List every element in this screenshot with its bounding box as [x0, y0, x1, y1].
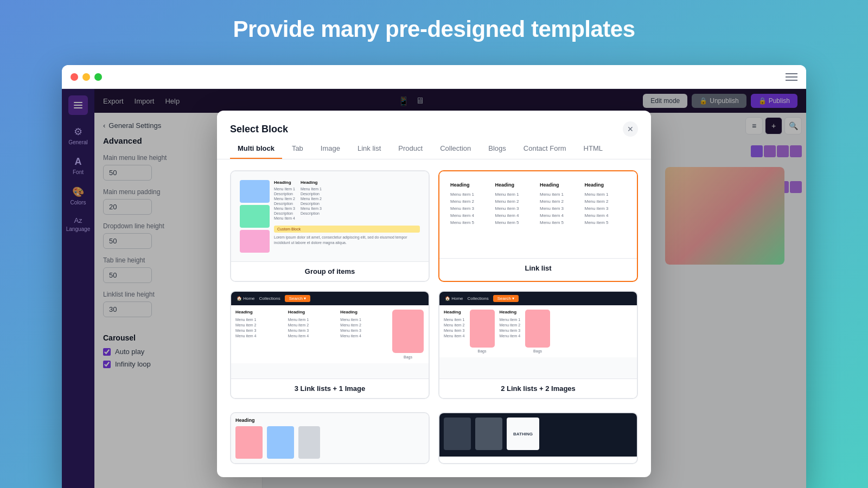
template-3-link-1-image-preview: 🏠 Home Collections Search ▾ Heading Menu… [231, 292, 429, 378]
tab-blogs[interactable]: Blogs [481, 139, 514, 159]
modal-close-button[interactable]: ✕ [623, 121, 638, 137]
template-3-link-1-image-name: 3 Link lists + 1 Image [231, 378, 429, 398]
traffic-lights [71, 73, 102, 81]
modal-title: Select Block [230, 124, 288, 135]
tab-image[interactable]: Image [313, 139, 348, 159]
tab-contact-form[interactable]: Contact Form [516, 139, 574, 159]
modal-overlay: Select Block ✕ Multi block Tab Image Lin… [62, 89, 806, 488]
preview-image-1 [240, 180, 270, 203]
modal-tabs: Multi block Tab Image Link list Product … [217, 139, 651, 159]
tab-link-list[interactable]: Link list [350, 139, 388, 159]
template-group-of-items-preview: Heading Menu Item 1 Description Menu Ite… [231, 171, 429, 261]
template-group-of-items-name: Group of items [231, 261, 429, 281]
traffic-light-yellow[interactable] [82, 73, 90, 81]
preview-image-3 [240, 230, 270, 253]
tab-tab[interactable]: Tab [284, 139, 311, 159]
select-block-modal: Select Block ✕ Multi block Tab Image Lin… [217, 111, 651, 477]
title-bar [62, 65, 806, 89]
template-extra-2-preview: BATHING [439, 413, 637, 457]
template-3-link-1-image[interactable]: 🏠 Home Collections Search ▾ Heading Menu… [230, 291, 430, 399]
hero-title: Provide many pre-designed templates [0, 0, 868, 53]
tab-collection[interactable]: Collection [432, 139, 478, 159]
tab-product[interactable]: Product [391, 139, 430, 159]
template-extra-1-preview: Heading [231, 413, 429, 463]
modal-header: Select Block ✕ [217, 111, 651, 137]
template-2-link-2-images[interactable]: 🏠 Home Collections Search ▾ Heading Menu… [438, 291, 638, 399]
template-2-link-2-images-name: 2 Link lists + 2 Images [439, 378, 637, 398]
tab-html[interactable]: HTML [576, 139, 610, 159]
traffic-light-red[interactable] [71, 73, 78, 81]
template-group-of-items[interactable]: Heading Menu Item 1 Description Menu Ite… [230, 170, 430, 282]
template-link-list-name: Link list [439, 258, 637, 278]
template-extra-1[interactable]: Heading [230, 412, 430, 464]
preview-image-2 [240, 205, 270, 228]
template-link-list-preview: Heading Menu item 1 Menu item 2 Menu ite… [439, 171, 637, 258]
template-link-list[interactable]: Heading Menu item 1 Menu item 2 Menu ite… [438, 170, 638, 282]
tab-multi-block[interactable]: Multi block [230, 139, 282, 159]
window-chrome: ⚙ General A Font 🎨 Colors Az Language Ex… [62, 65, 806, 488]
templates-grid: Heading Menu Item 1 Description Menu Ite… [217, 170, 651, 412]
traffic-light-green[interactable] [94, 73, 102, 81]
template-extra-2[interactable]: BATHING [438, 412, 638, 464]
template-2-link-2-images-preview: 🏠 Home Collections Search ▾ Heading Menu… [439, 292, 637, 378]
hamburger-menu-icon[interactable] [786, 73, 797, 81]
